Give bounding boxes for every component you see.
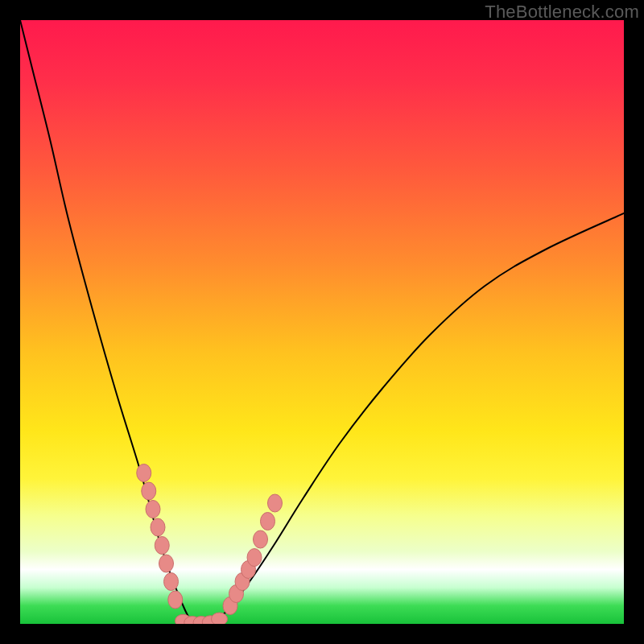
bead — [254, 530, 268, 548]
curve-layer — [20, 20, 624, 624]
bead — [146, 501, 160, 518]
beads-group — [137, 464, 283, 625]
bead — [247, 549, 262, 567]
bead — [137, 464, 151, 482]
bead — [164, 573, 179, 591]
bead — [168, 591, 183, 609]
bead — [261, 513, 275, 530]
bead — [268, 494, 283, 512]
bead — [159, 555, 174, 572]
bead — [212, 613, 228, 624]
frame: TheBottleneck.com — [0, 0, 644, 644]
bead — [155, 537, 169, 555]
bead — [142, 482, 156, 500]
bottleneck-curve — [20, 20, 624, 624]
plot-area — [20, 20, 624, 624]
bead — [151, 518, 165, 536]
